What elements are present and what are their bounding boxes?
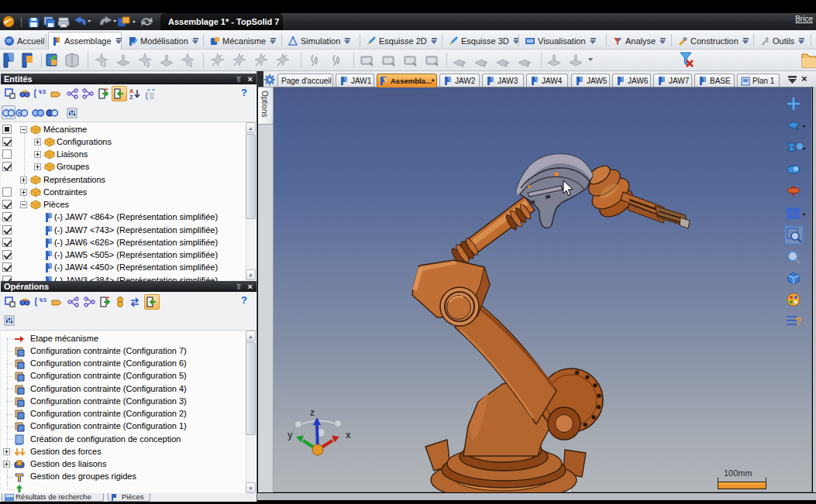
svg-text:z: z	[310, 407, 315, 418]
svg-text:x: x	[346, 430, 351, 441]
svg-text:↯S: ↯S	[38, 89, 46, 94]
svg-text:Z: Z	[129, 94, 133, 100]
svg-text:y: y	[287, 430, 293, 441]
svg-text:?: ?	[795, 315, 802, 327]
svg-text:↯S: ↯S	[39, 297, 46, 303]
